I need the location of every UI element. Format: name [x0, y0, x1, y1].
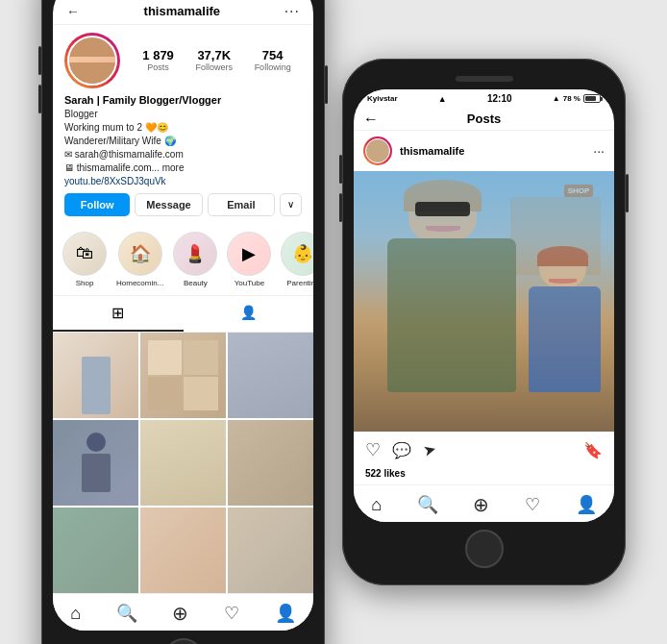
followers-count: 37,7K [195, 48, 233, 62]
more-options-icon[interactable]: ··· [284, 3, 300, 20]
tab-tagged[interactable]: 👤 [184, 296, 314, 332]
grid-cell-2[interactable] [140, 333, 226, 418]
avatar-image [67, 36, 117, 86]
bio-line3: Wanderer/Military Wife 🌍 [64, 135, 302, 148]
status-bar-2: Kyivstar ▲ 12:10 ▲ 78 % [354, 89, 614, 106]
highlight-circle-shop: 🛍 [62, 232, 107, 276]
nav-add-icon-2[interactable]: ⊕ [473, 493, 489, 516]
highlight-shop[interactable]: 🛍 Shop [62, 232, 107, 287]
time-2: 12:10 [487, 93, 512, 104]
post-username[interactable]: thismamalife [400, 145, 585, 157]
avatar[interactable] [64, 33, 120, 88]
share-icon[interactable]: ➤ [421, 439, 437, 460]
highlight-circle-parenting: 👶 [281, 232, 313, 276]
profile-bio: Blogger Working mum to 2 🧡😊 Wanderer/Mil… [64, 108, 302, 175]
tagged-icon: 👤 [240, 305, 257, 320]
vol-down-btn-2[interactable] [339, 193, 342, 222]
highlights-row: 🛍 Shop 🏠 Homecomin... 💄 Beauty ▶ YouTube… [53, 224, 313, 295]
nav-home-icon-2[interactable]: ⌂ [371, 495, 382, 515]
highlight-label-home: Homecomin... [116, 279, 163, 287]
grid-cell-8[interactable] [140, 508, 226, 593]
post-nav: ← Posts [354, 106, 614, 131]
post-more-icon[interactable]: ··· [593, 143, 605, 159]
phone-post: Kyivstar ▲ 12:10 ▲ 78 % ← Posts [342, 59, 626, 585]
profile-header: 1 879 Posts 37,7K Followers 754 Followin… [53, 25, 313, 224]
bio-line4: ✉ sarah@thismamalife.com [64, 148, 302, 161]
message-button[interactable]: Message [135, 193, 202, 216]
post-nav-title: Posts [467, 111, 501, 126]
scene: Kyivstar ▲ 12:10 ▲ 78 % ← thismamalife ·… [22, 0, 645, 644]
comment-icon[interactable]: 💬 [392, 441, 411, 459]
post-actions: ♡ 💬 ➤ 🔖 [354, 432, 614, 468]
back-icon-post[interactable]: ← [363, 111, 379, 128]
nav-profile-icon-2[interactable]: 👤 [576, 494, 597, 515]
highlight-home[interactable]: 🏠 Homecomin... [116, 232, 163, 287]
status-icons-2: ▲ 78 % [553, 94, 601, 103]
avatar-face [69, 37, 115, 84]
grid-cell-9[interactable] [228, 508, 313, 593]
stat-followers[interactable]: 37,7K Followers [195, 48, 233, 72]
battery-icon-2 [583, 94, 601, 103]
nav-home-icon[interactable]: ⌂ [70, 604, 81, 624]
stat-following[interactable]: 754 Following [255, 48, 291, 72]
signal-icon-2: ▲ [553, 94, 560, 103]
stat-posts[interactable]: 1 879 Posts [142, 48, 174, 72]
post-user-row: thismamalife ··· [354, 131, 614, 171]
back-icon[interactable]: ← [66, 4, 80, 19]
nav-likes-icon-2[interactable]: ♡ [525, 494, 540, 515]
highlight-youtube[interactable]: ▶ YouTube [227, 232, 271, 287]
vol-down-btn[interactable] [38, 85, 41, 113]
profile-nav: ← thismamalife ··· [53, 0, 313, 25]
nav-likes-icon[interactable]: ♡ [224, 603, 239, 624]
highlight-beauty[interactable]: 💄 Beauty [173, 232, 217, 287]
save-icon[interactable]: 🔖 [583, 441, 603, 459]
highlight-parenting[interactable]: 👶 Parenting [281, 232, 313, 287]
home-button-2[interactable] [465, 530, 504, 568]
grid-cell-6[interactable] [228, 420, 313, 506]
grid-cell-4[interactable] [53, 420, 138, 506]
view-tabs: ⊞ 👤 [53, 295, 313, 333]
nav-search-icon-2[interactable]: 🔍 [417, 494, 438, 515]
follow-button[interactable]: Follow [64, 193, 130, 216]
dropdown-button[interactable]: ∨ [280, 193, 302, 216]
bio-line2: Working mum to 2 🧡😊 [64, 121, 302, 135]
highlight-label-youtube: YouTube [235, 279, 264, 287]
phone-screen-2: Kyivstar ▲ 12:10 ▲ 78 % ← Posts [354, 89, 614, 522]
bottom-nav-2: ⌂ 🔍 ⊕ ♡ 👤 [354, 484, 614, 522]
posts-label: Posts [142, 62, 174, 72]
nav-profile-icon[interactable]: 👤 [275, 603, 296, 624]
grid-cell-1[interactable] [53, 333, 138, 418]
photo-grid [53, 333, 313, 593]
home-button[interactable] [164, 638, 203, 644]
vol-up-btn-2[interactable] [339, 155, 342, 184]
bottom-nav: ⌂ 🔍 ⊕ ♡ 👤 [53, 593, 313, 631]
email-button[interactable]: Email [208, 193, 275, 216]
profile-name: Sarah | Family Blogger/Vlogger [64, 94, 302, 106]
power-btn[interactable] [325, 65, 328, 104]
post-likes: 522 likes [354, 468, 614, 484]
posts-count: 1 879 [142, 48, 174, 62]
profile-top: 1 879 Posts 37,7K Followers 754 Followin… [64, 33, 302, 88]
post-image[interactable]: SHOP [354, 171, 614, 432]
avatar-hair [69, 37, 115, 57]
highlight-circle-home: 🏠 [118, 232, 162, 276]
carrier-2: Kyivstar [367, 94, 398, 103]
highlight-circle-youtube: ▶ [227, 232, 271, 276]
grid-cell-7[interactable] [53, 508, 138, 593]
avatar-ring [64, 33, 120, 88]
power-btn-2[interactable] [626, 174, 629, 212]
like-icon[interactable]: ♡ [365, 439, 381, 460]
nav-add-icon[interactable]: ⊕ [172, 602, 188, 625]
followers-label: Followers [195, 62, 233, 72]
phone-screen: Kyivstar ▲ 12:10 ▲ 78 % ← thismamalife ·… [53, 0, 313, 631]
grid-cell-5[interactable] [140, 420, 226, 506]
phone-profile: Kyivstar ▲ 12:10 ▲ 78 % ← thismamalife ·… [41, 0, 325, 644]
post-avatar[interactable] [363, 136, 392, 165]
vol-up-btn[interactable] [38, 46, 41, 75]
nav-search-icon[interactable]: 🔍 [116, 603, 137, 624]
battery-text-2: 78 % [563, 94, 581, 103]
tab-grid[interactable]: ⊞ [53, 296, 184, 332]
grid-cell-3[interactable] [228, 333, 313, 418]
grid-icon: ⊞ [111, 304, 124, 322]
profile-link[interactable]: youtu.be/8XxSDJ3quVk [64, 176, 302, 186]
